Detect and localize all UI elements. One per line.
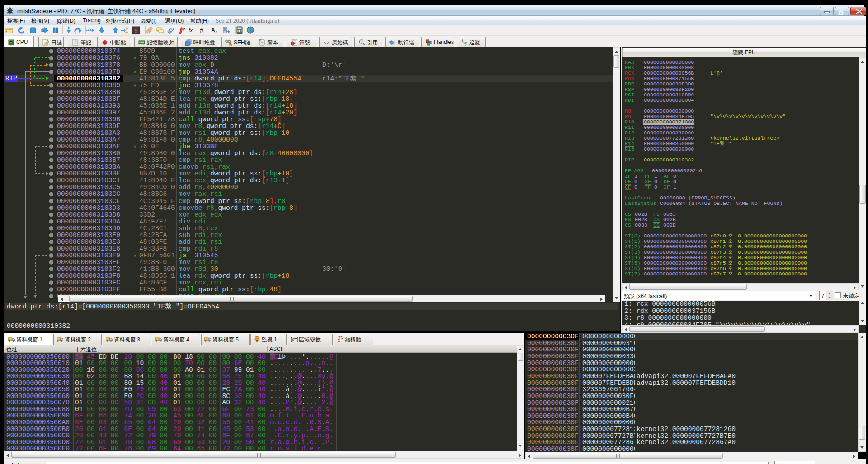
svg-text:z: z	[215, 29, 217, 34]
svg-text:S: S	[135, 28, 138, 34]
svg-text:<>: <>	[260, 41, 264, 44]
svg-text:<>: <>	[324, 40, 330, 45]
svg-text:64: 64	[10, 41, 13, 44]
svg-text:#: #	[200, 27, 203, 34]
svg-text:A: A	[211, 27, 215, 33]
svg-text:fx: fx	[189, 27, 193, 33]
svg-text:[x=]: [x=]	[291, 337, 298, 342]
